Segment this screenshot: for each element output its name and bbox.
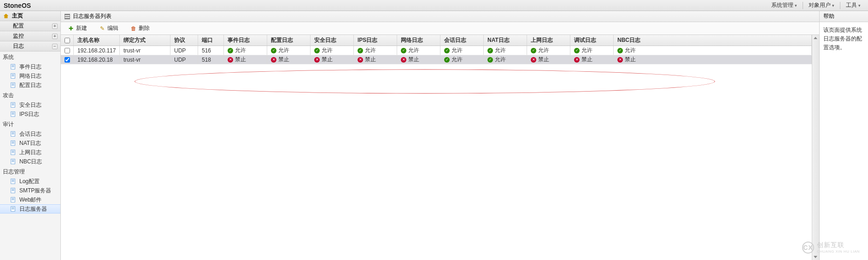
help-header: 帮助: [820, 11, 868, 22]
svg-rect-41: [12, 189, 14, 190]
header-nbc[interactable]: NBC日志: [614, 35, 812, 46]
cell-proto: UDP: [170, 46, 198, 55]
svg-rect-33: [12, 160, 14, 161]
cell-nat: ✓允许: [484, 55, 527, 64]
svg-rect-22: [12, 133, 14, 133]
header-nat[interactable]: NAT日志: [484, 35, 527, 46]
page-icon: [10, 64, 17, 70]
sidebar-item[interactable]: IPS日志: [0, 110, 60, 119]
row-checkbox[interactable]: [65, 48, 70, 53]
header-debug[interactable]: 调试日志: [570, 35, 614, 46]
header-proto[interactable]: 协议: [170, 35, 198, 46]
cell-web: ✓允许: [527, 46, 570, 55]
page-icon: [10, 178, 17, 185]
page-icon: [10, 140, 17, 146]
page-icon: [10, 187, 17, 194]
sidebar-item[interactable]: Web邮件: [0, 195, 60, 204]
svg-rect-1: [12, 65, 14, 66]
chevron-down-icon: ▾: [858, 3, 861, 8]
brand-title: StoneOS: [4, 2, 31, 9]
new-button-label: 新建: [76, 24, 87, 32]
sidebar-item[interactable]: NAT日志: [0, 139, 60, 148]
sidebar-item[interactable]: 安全日志: [0, 100, 60, 110]
menu-system-label: 系统管理: [771, 1, 793, 9]
sidebar-groups: 系统事件日志网络日志配置日志攻击安全日志IPS日志审计会话日志NAT日志上网日志…: [0, 52, 60, 214]
svg-rect-3: [12, 67, 14, 67]
cross-icon: ✕: [531, 57, 536, 63]
watermark-en: CHUANG XIN HU LIAN: [817, 249, 860, 254]
header-network[interactable]: 网络日志: [397, 35, 440, 46]
sidebar-home-label: 主页: [12, 12, 23, 20]
delete-button[interactable]: 🗑删除: [127, 23, 153, 34]
sidebar-home[interactable]: 主页: [0, 11, 60, 21]
top-menu: 系统管理▾ 对象用户▾ 工具▾: [768, 1, 864, 9]
cell-ips: ✓允许: [354, 46, 397, 55]
edit-button-label: 编辑: [107, 24, 118, 32]
cell-security: ✕禁止: [311, 55, 354, 64]
help-title: 帮助: [823, 12, 834, 20]
cross-icon: ✕: [401, 57, 406, 63]
sidebar-item[interactable]: 网络日志: [0, 71, 60, 81]
page-icon: [10, 73, 17, 79]
menu-tools[interactable]: 工具▾: [842, 1, 864, 9]
table-row[interactable]: 192.168.20.117trust-vrUDP516✓允许✓允许✓允许✓允许…: [61, 46, 812, 55]
sidebar-item-label: IPS日志: [19, 110, 39, 118]
sidebar-item[interactable]: SMTP服务器: [0, 186, 60, 195]
header-session[interactable]: 会话日志: [440, 35, 484, 46]
sidebar-item-label: 事件日志: [19, 63, 41, 71]
svg-rect-38: [12, 180, 14, 181]
menu-system[interactable]: 系统管理▾: [768, 1, 801, 9]
main-panel: 日志服务器列表 ✚新建 ✎编辑 🗑删除 主机名称 绑定方式 协议 端口 事件日志…: [61, 11, 820, 260]
header-config[interactable]: 配置日志: [267, 35, 311, 46]
cell-bind: trust-vr: [120, 46, 170, 55]
menu-object[interactable]: 对象用户▾: [805, 1, 838, 9]
svg-rect-47: [12, 200, 14, 200]
header-host[interactable]: 主机名称: [74, 35, 120, 46]
select-all-checkbox[interactable]: [65, 38, 70, 43]
cell-bind: trust-vr: [120, 55, 170, 64]
edit-button[interactable]: ✎编辑: [96, 23, 122, 34]
svg-rect-19: [12, 114, 14, 115]
cell-session: ✓允许: [440, 46, 484, 55]
cell-nbc: ✓允许: [614, 46, 812, 55]
sidebar-group-title: 攻击: [0, 90, 60, 100]
sidebar-item[interactable]: 配置日志: [0, 81, 60, 90]
minus-icon: −: [52, 44, 58, 49]
watermark-logo: CX: [802, 242, 814, 254]
cell-web: ✕禁止: [527, 55, 570, 64]
header-security[interactable]: 安全日志: [311, 35, 354, 46]
header-web[interactable]: 上网日志: [527, 35, 570, 46]
status-label: 禁止: [408, 56, 419, 64]
svg-rect-46: [12, 199, 14, 199]
menu-object-label: 对象用户: [809, 1, 831, 9]
sidebar-log[interactable]: 日志 −: [0, 41, 60, 52]
svg-rect-45: [12, 198, 14, 199]
new-button[interactable]: ✚新建: [65, 23, 90, 34]
page-icon: [10, 131, 17, 137]
header-event[interactable]: 事件日志: [224, 35, 267, 46]
row-checkbox[interactable]: [65, 57, 70, 63]
header-ips[interactable]: IPS日志: [354, 35, 397, 46]
sidebar-item[interactable]: NBC日志: [0, 157, 60, 166]
check-icon: ✓: [487, 48, 493, 53]
sidebar-item[interactable]: 会话日志: [0, 129, 60, 139]
sidebar-item[interactable]: 日志服务器: [0, 204, 60, 214]
sidebar-item-label: 网络日志: [19, 72, 41, 80]
vertical-scrollbar[interactable]: [812, 35, 819, 260]
topbar: StoneOS 系统管理▾ 对象用户▾ 工具▾: [0, 0, 868, 11]
svg-rect-37: [12, 180, 14, 180]
sidebar-item[interactable]: 上网日志: [0, 148, 60, 157]
header-bind[interactable]: 绑定方式: [120, 35, 170, 46]
sidebar-config-label: 配置: [13, 22, 24, 30]
cell-ips: ✕禁止: [354, 55, 397, 64]
sidebar-log-label: 日志: [13, 42, 24, 50]
sidebar-item[interactable]: 事件日志: [0, 62, 60, 71]
sidebar-config[interactable]: 配置 +: [0, 21, 60, 31]
sidebar-monitor[interactable]: 监控 +: [0, 31, 60, 41]
check-icon: ✓: [314, 48, 320, 53]
sidebar-item[interactable]: Log配置: [0, 177, 60, 186]
header-port[interactable]: 端口: [198, 35, 224, 46]
status-label: 允许: [278, 46, 289, 54]
table-row[interactable]: 192.168.20.18trust-vrUDP518✕禁止✕禁止✕禁止✕禁止✕…: [61, 55, 812, 64]
svg-rect-26: [12, 142, 14, 143]
